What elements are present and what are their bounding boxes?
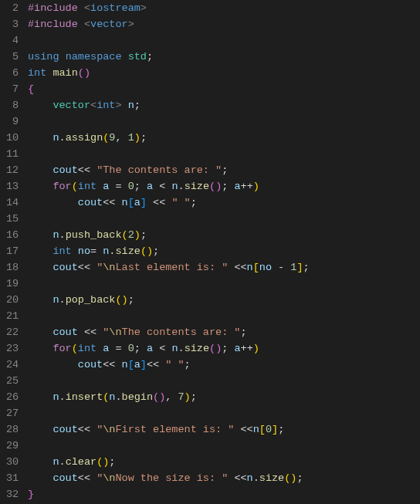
token-brace: () [209,181,222,192]
line-number: 17 [6,243,19,259]
code-line[interactable]: int main() [28,65,420,81]
line-number: 20 [6,292,19,308]
token-brace2: ( [72,343,78,354]
code-line[interactable]: using namespace std; [28,49,420,65]
code-editor[interactable]: 2345678910111213141516171819202122232425… [0,0,420,502]
token-semi: ; [134,181,141,192]
code-line[interactable]: #include <iostream> [28,0,420,16]
line-number: 18 [6,259,19,276]
token-white [59,51,66,63]
code-line[interactable] [28,405,420,421]
token-op: << [103,197,115,208]
code-line[interactable] [28,308,420,324]
token-op: , [115,132,127,144]
token-fn: main [52,67,77,79]
line-number: 3 [6,16,19,32]
code-line[interactable]: for(int a = 0; a < n.size(); a++) [28,340,420,357]
code-line[interactable]: n.clear(); [28,454,420,470]
token-str: " " [171,197,190,208]
token-var: a [147,343,153,354]
code-line[interactable]: n.push_back(2); [28,227,420,243]
token-str: "The contents are: " [97,164,222,176]
token-op: << [84,326,97,338]
code-line[interactable]: cout << "\nThe contents are: "; [28,324,420,340]
line-number: 13 [6,178,19,194]
token-op: << [234,262,246,273]
code-line[interactable]: n.assign(9, 1); [28,130,420,146]
token-esc: \n [103,424,115,435]
token-op: << [147,359,159,370]
line-number: 31 [6,470,19,486]
code-line[interactable] [28,373,420,389]
code-line[interactable] [28,32,420,49]
token-pp: for [52,181,71,192]
code-line[interactable]: cout<< "\nLast element is: " <<n[no - 1]… [28,259,420,276]
token-semi: ; [153,245,159,257]
token-white [28,391,52,403]
token-var: n [128,100,134,111]
token-esc: \n [109,326,121,338]
token-op: << [234,472,246,484]
token-semi: ; [222,164,228,176]
code-line[interactable] [28,438,420,454]
code-line[interactable]: int no= n.size(); [28,243,420,259]
code-line[interactable]: cout<< "The contents are: "; [28,162,420,178]
line-number: 25 [6,373,19,389]
code-line[interactable]: cout<< "\nFirst element is: " <<n[0]; [28,421,420,438]
token-inc: iostream [90,2,141,14]
code-line[interactable]: n.pop_back(); [28,292,420,308]
code-line[interactable] [28,276,420,292]
code-line[interactable]: n.insert(n.begin(), 7); [28,389,420,405]
token-brace2: ) [253,343,259,354]
code-area[interactable]: #include <iostream>#include <vector>usin… [28,0,420,502]
token-ang: > [141,2,147,14]
code-line[interactable]: for(int a = 0; a < n.size(); a++) [28,178,420,194]
code-line[interactable] [28,113,420,130]
token-semi: ; [134,100,141,111]
token-white [28,424,52,435]
code-line[interactable]: #include <vector> [28,16,420,32]
token-brace2: ) [185,391,191,403]
token-var: n [253,424,259,435]
token-white [28,197,78,208]
token-white [78,19,84,30]
token-fn: size [259,472,284,484]
token-brace2: ) [253,181,259,192]
token-op: << [103,359,115,370]
token-white [28,181,52,192]
token-fn: begin [122,391,154,403]
token-semi: ; [147,51,153,63]
token-var: cout [52,472,77,484]
code-line[interactable]: cout<< n[a]<< " "; [28,357,420,373]
token-num: 2 [128,229,134,241]
line-number: 26 [6,389,19,405]
line-number: 4 [6,32,19,49]
token-white [228,181,234,192]
token-esc: \n [103,262,115,273]
code-line[interactable]: cout<< "\nNow the size is: " <<n.size(); [28,470,420,486]
code-line[interactable] [28,211,420,227]
code-line[interactable]: } [28,486,420,502]
token-white [272,262,278,273]
token-var: cout [52,262,77,273]
token-semi: ; [191,197,197,208]
line-number: 23 [6,340,19,357]
token-ang: < [84,19,90,30]
token-op: . [178,343,185,354]
token-bracket: ] [141,359,147,370]
token-semi: ; [185,359,191,370]
code-line[interactable]: vector<int> n; [28,97,420,113]
code-line[interactable]: cout<< n[a] << " "; [28,194,420,211]
code-line[interactable] [28,146,420,162]
token-var: no [78,245,90,257]
token-white [115,359,121,370]
token-pp: #include [28,2,78,14]
code-line[interactable]: { [28,81,420,97]
token-op: ++ [241,343,253,354]
token-semi: ; [134,343,141,354]
token-fn: push_back [66,229,122,241]
token-white [28,456,52,468]
token-str: Now the size is: " [115,472,228,484]
token-var: n [122,359,128,370]
token-var: n [52,132,59,144]
